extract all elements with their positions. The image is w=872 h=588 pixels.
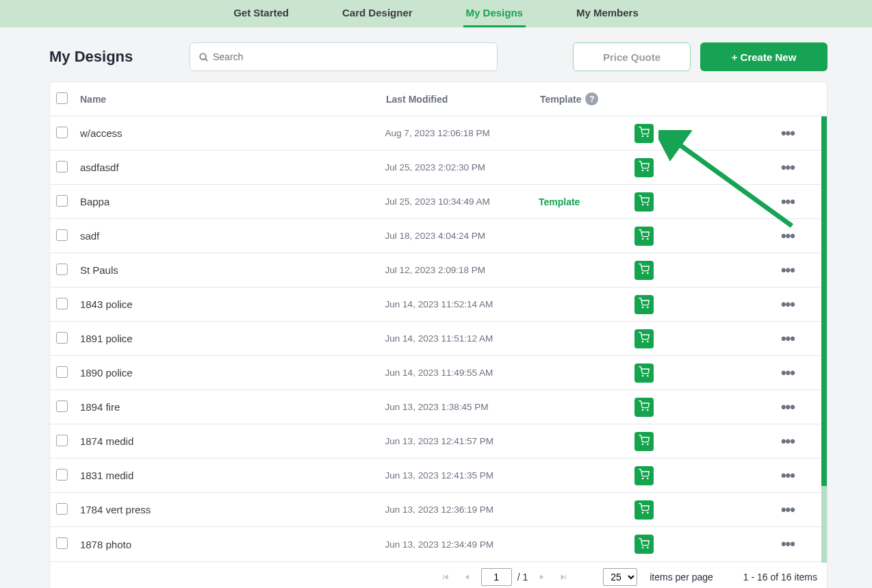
- svg-point-9: [647, 238, 647, 239]
- last-page-icon[interactable]: [555, 569, 572, 585]
- design-name[interactable]: asdfasdf: [77, 162, 385, 173]
- design-name[interactable]: 1894 fire: [77, 401, 385, 413]
- cart-button[interactable]: [634, 329, 654, 348]
- first-page-icon[interactable]: [437, 569, 454, 585]
- cart-button[interactable]: [634, 535, 654, 554]
- dots-icon: •••: [781, 227, 795, 245]
- svg-point-24: [642, 512, 643, 513]
- design-modified: Jul 25, 2023 10:34:49 AM: [385, 196, 539, 207]
- search-input[interactable]: [213, 51, 489, 62]
- table-row[interactable]: 1878 photoJun 13, 2023 12:34:49 PM•••: [50, 527, 827, 561]
- svg-point-26: [642, 547, 643, 548]
- row-checkbox[interactable]: [56, 229, 68, 241]
- prev-page-icon[interactable]: [459, 569, 476, 585]
- cart-button[interactable]: [634, 192, 654, 212]
- row-actions-menu[interactable]: •••: [781, 398, 827, 416]
- table-row[interactable]: w/accessAug 7, 2023 12:06:18 PM•••: [50, 116, 827, 151]
- next-page-icon[interactable]: [533, 569, 550, 585]
- row-checkbox[interactable]: [56, 195, 68, 207]
- cart-button[interactable]: [634, 398, 654, 417]
- design-name[interactable]: 1784 vert press: [77, 504, 385, 515]
- scrollbar-track[interactable]: [821, 486, 827, 563]
- row-actions-menu[interactable]: •••: [781, 364, 827, 382]
- row-actions-menu[interactable]: •••: [781, 467, 827, 485]
- design-name[interactable]: 1831 medid: [77, 470, 385, 481]
- create-new-button[interactable]: + Create New: [700, 42, 828, 71]
- dots-icon: •••: [781, 501, 795, 519]
- col-modified[interactable]: Last Modified: [386, 94, 540, 105]
- table-row[interactable]: 1874 medidJun 13, 2023 12:41:57 PM•••: [50, 424, 827, 459]
- row-checkbox[interactable]: [56, 332, 68, 344]
- table-row[interactable]: 1843 policeJun 14, 2023 11:52:14 AM•••: [50, 287, 827, 322]
- select-all-checkbox[interactable]: [56, 92, 68, 104]
- row-checkbox[interactable]: [56, 400, 68, 412]
- row-checkbox[interactable]: [56, 469, 68, 481]
- nav-my-members[interactable]: My Members: [574, 0, 641, 27]
- cart-button[interactable]: [634, 363, 654, 383]
- design-name[interactable]: sadf: [77, 230, 385, 242]
- row-actions-menu[interactable]: •••: [781, 433, 827, 450]
- row-actions-menu[interactable]: •••: [781, 227, 827, 245]
- help-icon[interactable]: ?: [585, 92, 598, 105]
- row-actions-menu[interactable]: •••: [781, 330, 827, 348]
- design-name[interactable]: Bappa: [77, 196, 385, 207]
- table-row[interactable]: St PaulsJul 12, 2023 2:09:18 PM•••: [50, 253, 827, 287]
- row-checkbox[interactable]: [56, 503, 68, 515]
- design-name[interactable]: 1878 photo: [77, 539, 385, 550]
- cart-button[interactable]: [634, 432, 654, 451]
- nav-get-started[interactable]: Get Started: [231, 0, 292, 27]
- row-checkbox[interactable]: [56, 366, 68, 378]
- row-checkbox[interactable]: [56, 435, 68, 446]
- cart-button[interactable]: [634, 227, 654, 246]
- svg-point-19: [647, 409, 647, 410]
- row-actions-menu[interactable]: •••: [781, 296, 827, 314]
- nav-card-designer[interactable]: Card Designer: [339, 0, 415, 27]
- table-row[interactable]: 1891 policeJun 14, 2023 11:51:12 AM•••: [50, 322, 827, 356]
- cart-button[interactable]: [634, 466, 654, 485]
- price-quote-button[interactable]: Price Quote: [573, 42, 691, 71]
- search-box[interactable]: [190, 42, 498, 71]
- design-name[interactable]: 1891 police: [77, 333, 385, 344]
- design-name[interactable]: 1874 medid: [77, 435, 385, 447]
- page-number-input[interactable]: [481, 568, 512, 586]
- row-checkbox[interactable]: [56, 537, 68, 549]
- design-name[interactable]: 1890 police: [77, 367, 385, 379]
- table-row[interactable]: asdfasdfJul 25, 2023 2:02:30 PM•••: [50, 151, 827, 185]
- cart-button[interactable]: [634, 124, 654, 143]
- cart-button[interactable]: [634, 158, 654, 177]
- table-row[interactable]: BappaJul 25, 2023 10:34:49 AMTemplate•••: [50, 185, 827, 219]
- cart-button[interactable]: [634, 295, 654, 314]
- table-row[interactable]: 1831 medidJun 13, 2023 12:41:35 PM•••: [50, 459, 827, 493]
- nav-my-designs[interactable]: My Designs: [463, 0, 526, 27]
- row-actions-menu[interactable]: •••: [781, 193, 827, 211]
- cart-button[interactable]: [634, 500, 654, 520]
- design-modified: Jul 18, 2023 4:04:24 PM: [385, 231, 539, 241]
- table-row[interactable]: sadfJul 18, 2023 4:04:24 PM•••: [50, 219, 827, 253]
- table-row[interactable]: 1890 policeJun 14, 2023 11:49:55 AM•••: [50, 356, 827, 390]
- row-checkbox[interactable]: [56, 127, 68, 138]
- design-name[interactable]: w/access: [77, 127, 385, 139]
- page-size-select[interactable]: 25: [603, 568, 637, 586]
- svg-line-1: [205, 59, 207, 61]
- design-modified: Jul 12, 2023 2:09:18 PM: [385, 265, 539, 275]
- row-checkbox[interactable]: [56, 264, 68, 275]
- table-row[interactable]: 1894 fireJun 13, 2023 1:38:45 PM•••: [50, 390, 827, 424]
- col-template[interactable]: Template ?: [540, 92, 636, 105]
- scrollbar-thumb[interactable]: [821, 116, 827, 486]
- row-actions-menu[interactable]: •••: [781, 125, 827, 142]
- row-checkbox[interactable]: [56, 161, 68, 172]
- cart-button[interactable]: [634, 261, 654, 280]
- row-actions-menu[interactable]: •••: [781, 501, 827, 519]
- table-row[interactable]: 1784 vert pressJun 13, 2023 12:36:19 PM•…: [50, 493, 827, 527]
- items-per-page-label: items per page: [650, 572, 713, 583]
- svg-point-27: [647, 547, 647, 548]
- total-pages: / 1: [517, 572, 528, 583]
- dots-icon: •••: [781, 193, 795, 211]
- row-actions-menu[interactable]: •••: [781, 535, 827, 553]
- design-name[interactable]: St Pauls: [77, 264, 385, 276]
- col-name[interactable]: Name: [77, 94, 386, 105]
- design-name[interactable]: 1843 police: [77, 298, 385, 310]
- row-actions-menu[interactable]: •••: [781, 159, 827, 177]
- row-checkbox[interactable]: [56, 298, 68, 309]
- row-actions-menu[interactable]: •••: [781, 261, 827, 279]
